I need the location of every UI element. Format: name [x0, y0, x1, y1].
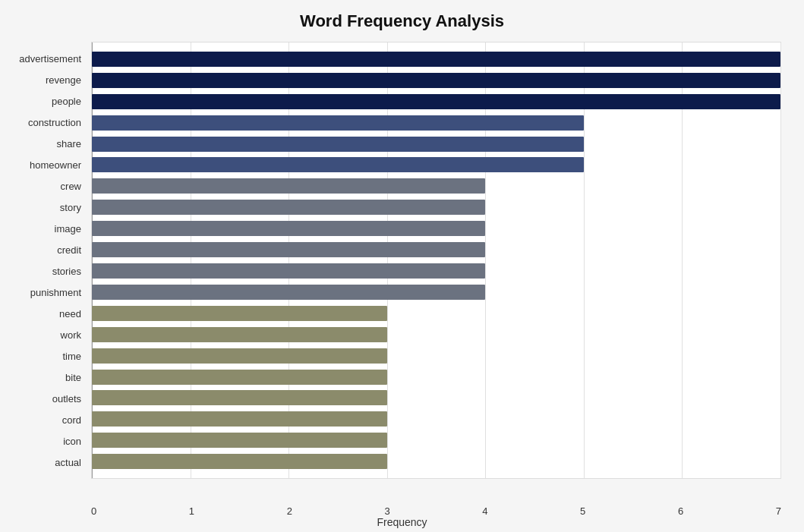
y-label-icon: icon — [0, 430, 87, 452]
x-label-6: 6 — [678, 505, 683, 517]
bar-row — [92, 49, 780, 70]
bar-row — [92, 155, 780, 176]
x-label-7: 7 — [776, 505, 781, 517]
y-label-bite: bite — [0, 367, 87, 388]
x-label-3: 3 — [384, 505, 389, 517]
bar-share — [92, 137, 584, 152]
bar-image — [92, 221, 485, 236]
chart-container: Word Frequency Analysis advertisementrev… — [0, 0, 804, 532]
chart-area — [91, 42, 781, 479]
bar-punishment — [92, 285, 485, 300]
bar-row — [92, 303, 780, 324]
y-label-outlets: outlets — [0, 388, 87, 409]
y-label-image: image — [0, 218, 87, 239]
bar-bite — [92, 370, 387, 385]
y-label-story: story — [0, 197, 87, 218]
bar-row — [92, 388, 780, 409]
y-label-crew: crew — [0, 175, 87, 197]
y-label-revenge: revenge — [0, 69, 87, 90]
bar-revenge — [92, 73, 780, 88]
x-axis: 01234567 — [91, 505, 781, 517]
bar-row — [92, 345, 780, 367]
bars-wrapper — [92, 42, 780, 478]
bar-row — [92, 282, 780, 303]
y-label-stories: stories — [0, 260, 87, 282]
bar-row — [92, 197, 780, 218]
bar-row — [92, 324, 780, 345]
y-label-need: need — [0, 303, 87, 324]
bar-row — [92, 91, 780, 112]
chart-title: Word Frequency Analysis — [0, 11, 804, 31]
bar-row — [92, 260, 780, 282]
grid-line-7 — [780, 42, 781, 478]
y-label-actual: actual — [0, 452, 87, 473]
bar-row — [92, 112, 780, 134]
x-label-4: 4 — [482, 505, 487, 517]
x-label-5: 5 — [580, 505, 585, 517]
bar-people — [92, 94, 780, 109]
y-label-cord: cord — [0, 409, 87, 430]
bar-construction — [92, 115, 584, 131]
bar-row — [92, 134, 780, 155]
y-label-advertisement: advertisement — [0, 48, 87, 69]
bar-need — [92, 306, 387, 321]
bar-row — [92, 451, 780, 472]
bar-outlets — [92, 390, 387, 405]
bar-row — [92, 367, 780, 388]
x-label-1: 1 — [189, 505, 194, 517]
bar-stories — [92, 263, 485, 279]
y-axis-labels: advertisementrevengepeopleconstructionsh… — [0, 42, 87, 479]
bar-time — [92, 348, 387, 364]
y-label-construction: construction — [0, 112, 87, 133]
x-label-2: 2 — [287, 505, 292, 517]
y-label-work: work — [0, 324, 87, 345]
bar-icon — [92, 433, 387, 448]
bar-row — [92, 430, 780, 451]
bar-advertisement — [92, 52, 780, 67]
x-label-0: 0 — [91, 505, 96, 517]
bar-actual — [92, 454, 387, 469]
bar-row — [92, 218, 780, 239]
bar-row — [92, 408, 780, 430]
bar-row — [92, 175, 780, 197]
bar-cord — [92, 411, 387, 427]
y-label-punishment: punishment — [0, 282, 87, 303]
y-label-people: people — [0, 90, 87, 112]
bar-row — [92, 239, 780, 260]
bar-homeowner — [92, 157, 584, 172]
bar-row — [92, 70, 780, 91]
bar-crew — [92, 178, 485, 194]
x-axis-title: Frequency — [0, 516, 804, 528]
bar-story — [92, 200, 485, 215]
bar-work — [92, 327, 387, 342]
y-label-homeowner: homeowner — [0, 154, 87, 175]
y-label-share: share — [0, 133, 87, 154]
y-label-time: time — [0, 345, 87, 367]
y-label-credit: credit — [0, 239, 87, 260]
bar-credit — [92, 242, 485, 257]
